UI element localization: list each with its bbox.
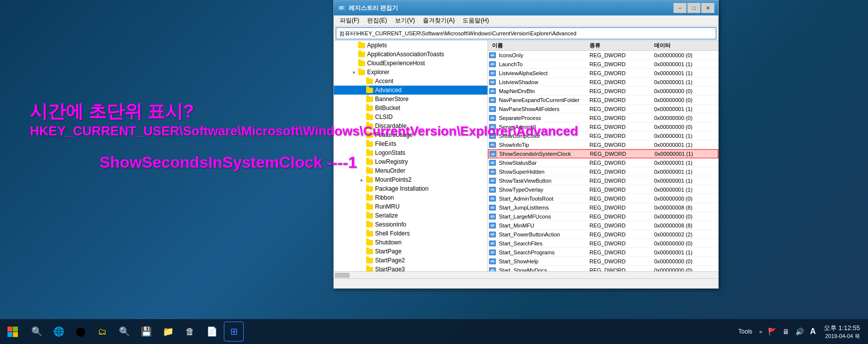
tree-item-label: Accent (375, 78, 393, 85)
tree-item[interactable]: BannerStore (334, 95, 487, 104)
value-name: Start_ShowMyDocs (497, 267, 587, 272)
value-row[interactable]: Start_SearchProgramsREG_DWORD0x00000001 … (488, 248, 718, 257)
value-row[interactable]: IconsOnlyREG_DWORD0x00000000 (0) (488, 51, 718, 60)
tree-item[interactable]: Package Installation (334, 184, 487, 193)
tray-ime[interactable]: A (808, 326, 818, 337)
value-row[interactable]: NavPaneShowAllFoldersREG_DWORD0x00000001… (488, 105, 718, 114)
menu-edit[interactable]: 편집(E) (363, 15, 391, 26)
value-row[interactable]: ShowSecondsInSystemClockREG_DWORD0x00000… (488, 149, 718, 158)
tree-item[interactable]: Serialize (334, 211, 487, 220)
menu-help[interactable]: 도움말(H) (459, 15, 493, 26)
tree-item[interactable]: Ribbon (334, 193, 487, 202)
value-row[interactable]: Start_AdminToolsRootREG_DWORD0x00000000 … (488, 194, 718, 203)
close-button[interactable]: ✕ (701, 3, 714, 13)
folder-icon (366, 238, 374, 246)
taskbar-folder[interactable]: 📁 (158, 322, 178, 342)
reg-value-icon (488, 96, 497, 104)
tree-item[interactable]: ApplicationAssociationToasts (334, 50, 487, 59)
folder-icon (366, 158, 374, 166)
value-row[interactable]: SeparateProcessREG_DWORD0x00000000 (0) (488, 114, 718, 122)
value-type: REG_DWORD (587, 52, 652, 58)
taskbar: 🔍 🌐 ⬤ 🗂 🔍 💾 📁 🗑 📄 ⊞ Tools » 🚩 🖥 🔊 A 오후 1… (0, 319, 868, 344)
tree-item-label: Applets (367, 42, 387, 49)
tray-arrow[interactable]: » (757, 328, 764, 336)
address-bar[interactable]: 컴퓨터\HKEY_CURRENT_USER\Software\Microsoft… (336, 27, 716, 39)
svg-rect-7 (13, 332, 18, 337)
menu-file[interactable]: 파일(F) (336, 15, 363, 26)
value-data: 0x00000001 (1) (652, 187, 718, 193)
tray-clock[interactable]: 오후 1:12:55 2019-04-04 목 (820, 322, 864, 342)
value-data: 0x00000000 (0) (652, 52, 718, 58)
start-button[interactable] (0, 319, 25, 344)
value-row[interactable]: Start_LargeMFUconsREG_DWORD0x00000000 (0… (488, 212, 718, 221)
value-name: SeparateProcess (497, 115, 587, 121)
tree-item-label: MenuOrder (375, 167, 405, 174)
tree-panel[interactable]: AppletsApplicationAssociationToastsCloud… (334, 41, 488, 271)
taskbar-ie[interactable]: 🌐 (49, 322, 69, 342)
tree-item[interactable]: CloudExperienceHost (334, 59, 487, 68)
value-row[interactable]: ShowTypeOverlayREG_DWORD0x00000001 (1) (488, 185, 718, 194)
tree-item[interactable]: StartPage3 (334, 265, 487, 271)
tray-flag[interactable]: 🚩 (766, 327, 778, 337)
status-bar (334, 278, 718, 288)
value-row[interactable]: NavPaneExpandToCurrentFolderREG_DWORD0x0… (488, 96, 718, 105)
value-row[interactable]: Start_PowerButtonActionREG_DWORD0x000000… (488, 230, 718, 239)
value-row[interactable]: ShowSuperHiddenREG_DWORD0x00000001 (1) (488, 167, 718, 176)
value-row[interactable]: LaunchToREG_DWORD0x00000001 (1) (488, 60, 718, 69)
value-row[interactable]: ShowTaskViewButtonREG_DWORD0x00000001 (1… (488, 176, 718, 185)
tray-speaker[interactable]: 🔊 (793, 327, 806, 337)
value-data: 0x00000001 (1) (652, 70, 718, 76)
value-type: REG_DWORD (587, 258, 652, 264)
value-row[interactable]: Start_MinMFUREG_DWORD0x00000008 (8) (488, 221, 718, 230)
values-panel[interactable]: 이름 종류 데이터 IconsOnlyREG_DWORD0x00000000 (… (488, 41, 718, 271)
menu-favorites[interactable]: 즐겨찾기(A) (419, 15, 459, 26)
taskbar-paintnet[interactable]: 🗑 (180, 322, 200, 342)
tree-item-label: LowRegistry (375, 158, 408, 165)
taskbar-explorer[interactable]: 🗂 (93, 322, 112, 342)
tree-item-label: StartPage2 (375, 257, 405, 264)
tree-item[interactable]: Shell Folders (334, 229, 487, 238)
taskbar-search[interactable]: 🔍 (27, 322, 47, 342)
tree-item[interactable]: ▸MountPoints2 (334, 175, 487, 184)
value-row[interactable]: ShowInfoTipREG_DWORD0x00000001 (1) (488, 140, 718, 149)
value-row[interactable]: ListviewShadowREG_DWORD0x00000001 (1) (488, 78, 718, 87)
value-name: Start_SearchFiles (497, 240, 587, 246)
maximize-button[interactable]: □ (687, 3, 700, 13)
tree-item[interactable]: Accent (334, 77, 487, 86)
value-row[interactable]: ShowStatusBarREG_DWORD0x00000001 (1) (488, 158, 718, 167)
reg-value-icon (488, 159, 497, 167)
tree-item-label: Explorer (367, 69, 389, 76)
tree-item[interactable]: SessionInfo (334, 220, 487, 229)
taskbar-app[interactable]: ⊞ (224, 322, 244, 342)
menu-view[interactable]: 보기(V) (391, 15, 419, 26)
values-rows: IconsOnlyREG_DWORD0x00000000 (0)LaunchTo… (488, 51, 718, 271)
value-row[interactable]: Start_ShowHelpREG_DWORD0x00000000 (0) (488, 257, 718, 266)
tree-item[interactable]: CLSID (334, 113, 487, 121)
tree-item[interactable]: Shutdown (334, 238, 487, 247)
value-name: ListviewAlphaSelect (497, 70, 587, 76)
tree-item[interactable]: ▾Explorer (334, 68, 487, 77)
taskbar-chrome[interactable]: ⬤ (71, 322, 91, 342)
value-row[interactable]: MapNetDrvBtnREG_DWORD0x00000000 (0) (488, 87, 718, 96)
tree-item[interactable]: StartPage2 (334, 256, 487, 265)
tree-item[interactable]: BitBucket (334, 104, 487, 113)
value-row[interactable]: Start_JumpListItemsREG_DWORD0x00000008 (… (488, 203, 718, 212)
tray-network[interactable]: 🖥 (780, 327, 791, 337)
tree-item[interactable]: FileExts (334, 139, 487, 148)
tree-item[interactable]: Applets (334, 41, 487, 50)
taskbar-items: 🔍 🌐 ⬤ 🗂 🔍 💾 📁 🗑 📄 ⊞ (25, 322, 731, 342)
minimize-button[interactable]: − (674, 3, 686, 13)
taskbar-save[interactable]: 💾 (136, 322, 156, 342)
taskbar-notepad[interactable]: 📄 (202, 322, 222, 342)
value-row[interactable]: Start_SearchFilesREG_DWORD0x00000000 (0) (488, 239, 718, 248)
horizontal-scrollbar-thumb[interactable] (335, 273, 350, 278)
tree-item[interactable]: RunMRU (334, 202, 487, 211)
tree-item[interactable]: Advanced (334, 86, 487, 95)
reg-value-icon (488, 222, 497, 229)
tree-item[interactable]: StartPage (334, 247, 487, 256)
value-row[interactable]: Start_ShowMyDocsREG_DWORD0x00000000 (0) (488, 266, 718, 271)
bottom-scrollbar[interactable] (334, 271, 718, 278)
value-type: REG_DWORD (587, 196, 652, 202)
taskbar-search2[interactable]: 🔍 (114, 322, 134, 342)
value-row[interactable]: ListviewAlphaSelectREG_DWORD0x00000001 (… (488, 69, 718, 78)
